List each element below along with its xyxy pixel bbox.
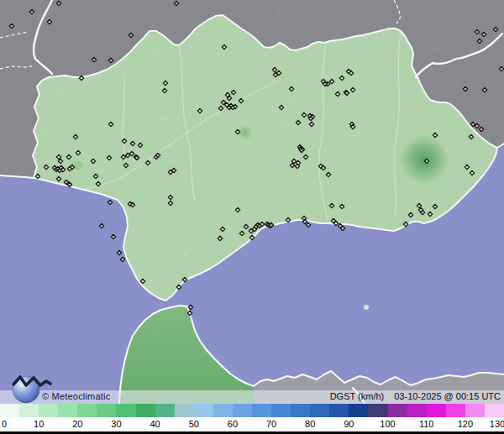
info-band: © Meteoclimatic DGST (km/h) 03-10-2025 @… <box>0 390 504 404</box>
legend-segment <box>77 404 97 417</box>
sea-station-dot <box>364 305 369 310</box>
timestamp-label: 03-10-2025 @ 00:15 UTC <box>394 391 501 401</box>
legend-segment <box>407 404 427 417</box>
legend-segment <box>310 404 329 417</box>
legend-segment <box>485 404 504 417</box>
gust-hotspot-small <box>238 125 253 140</box>
legend-segment <box>465 404 485 417</box>
legend-segment <box>388 404 407 417</box>
legend-segment <box>427 404 446 417</box>
legend-tick-label: 90 <box>344 417 354 431</box>
legend-ticks: 0102030405060708090100110120130 <box>0 417 504 431</box>
legend-tick-label: 0 <box>2 417 7 431</box>
legend-tick-label: 100 <box>380 417 395 431</box>
legend-segment <box>136 404 155 417</box>
legend-tick-label: 110 <box>419 417 434 431</box>
legend-tick-label: 70 <box>266 417 276 431</box>
weather-map-screenshot: © Meteoclimatic DGST (km/h) 03-10-2025 @… <box>0 0 504 434</box>
legend-segment <box>252 404 271 417</box>
gust-hotspot <box>399 134 449 185</box>
legend-tick-label: 80 <box>305 417 315 431</box>
legend-tick-label: 60 <box>228 417 238 431</box>
legend-tick-label: 130 <box>490 417 504 431</box>
legend-segment <box>155 404 175 417</box>
band-right: DGST (km/h) 03-10-2025 @ 00:15 UTC <box>330 391 501 401</box>
legend-tick-label: 40 <box>150 417 160 431</box>
legend-tick-label: 120 <box>458 417 473 431</box>
product-label: DGST (km/h) <box>330 391 385 401</box>
legend-colorbar <box>0 404 504 417</box>
legend-tick-label: 10 <box>34 417 44 431</box>
legend-segment <box>213 404 233 417</box>
meteoclimatic-logo <box>8 371 57 411</box>
legend-segment <box>116 404 135 417</box>
legend-segment <box>291 404 310 417</box>
legend-tick-label: 50 <box>189 417 199 431</box>
legend-segment <box>194 404 213 417</box>
legend-segment <box>271 404 291 417</box>
legend-segment <box>58 404 77 417</box>
legend-segment <box>175 404 194 417</box>
legend-segment <box>368 404 387 417</box>
legend-segment <box>329 404 349 417</box>
legend-tick-label: 30 <box>111 417 121 431</box>
weather-map <box>0 0 504 404</box>
legend-segment <box>233 404 252 417</box>
legend-segment <box>349 404 368 417</box>
legend-tick-label: 20 <box>72 417 82 431</box>
legend-segment <box>97 404 116 417</box>
legend-segment <box>446 404 465 417</box>
